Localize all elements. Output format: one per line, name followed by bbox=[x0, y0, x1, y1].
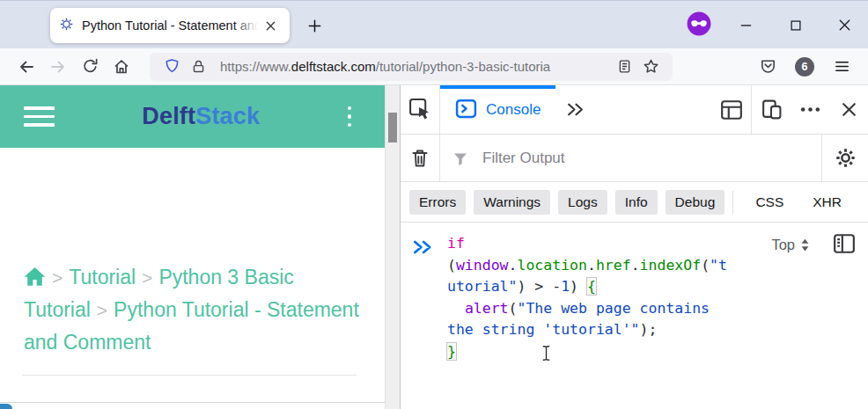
filter-warnings-button[interactable]: Warnings bbox=[474, 190, 550, 215]
private-browsing-icon bbox=[687, 11, 711, 39]
code-token-p: ( bbox=[509, 300, 518, 317]
devtools-close-icon[interactable] bbox=[829, 85, 868, 134]
code-token-str: "The web page contains bbox=[517, 300, 710, 317]
devtools-panel: Console bbox=[400, 85, 868, 409]
filter-logs-button[interactable]: Logs bbox=[558, 190, 607, 215]
window-controls bbox=[687, 1, 859, 49]
url-text: https://www. delftstack.com /tutorial/py… bbox=[220, 59, 604, 74]
tab-console[interactable]: Console bbox=[440, 85, 555, 134]
console-filter-buttons: Errors Warnings Logs Info Debug CSS XHR bbox=[401, 182, 868, 223]
scrollbar-thumb[interactable] bbox=[388, 113, 397, 142]
page-bottom-divider bbox=[0, 402, 385, 403]
url-fade bbox=[577, 59, 604, 74]
console-input-area[interactable]: if(window.location.href.indexOf("tutoria… bbox=[401, 223, 868, 409]
console-filter-row bbox=[401, 135, 868, 182]
site-menu-icon[interactable] bbox=[24, 106, 55, 127]
new-tab-button[interactable] bbox=[301, 13, 327, 38]
console-tab-label: Console bbox=[486, 101, 541, 119]
back-button[interactable] bbox=[11, 52, 42, 82]
breadcrumb-separator: > bbox=[52, 267, 63, 288]
home-button[interactable] bbox=[106, 52, 137, 82]
code-token-brace: { bbox=[587, 278, 596, 295]
filter-errors-button[interactable]: Errors bbox=[409, 190, 466, 215]
console-code-line: } bbox=[447, 341, 727, 363]
code-token-p: ) > - bbox=[517, 278, 561, 295]
site-kebab-menu-icon[interactable] bbox=[348, 106, 352, 128]
url-path: /tutorial/python-3-basic-tutoria bbox=[376, 59, 550, 74]
devtools-toolbar-right bbox=[712, 85, 868, 134]
breadcrumb-separator: > bbox=[97, 300, 107, 320]
tab-title: Python Tutorial - Statement and bbox=[82, 18, 258, 33]
code-token-p: ); bbox=[640, 321, 658, 338]
console-code-line: utorial") > -1) { bbox=[447, 276, 727, 298]
page-content-peek bbox=[0, 404, 12, 409]
code-token-var: alert bbox=[465, 300, 509, 317]
content-area: DelftStack >Tutorial>Python 3 Basic Tuto… bbox=[0, 85, 868, 409]
filter-info-button[interactable]: Info bbox=[615, 190, 658, 215]
more-tabs-chevron-icon[interactable] bbox=[555, 85, 594, 134]
filter-separator bbox=[732, 191, 733, 214]
clear-console-trash-icon[interactable] bbox=[401, 135, 439, 181]
tab-title-fade bbox=[233, 18, 258, 33]
console-code-line: alert("The web page contains bbox=[447, 298, 727, 320]
window-close-button[interactable] bbox=[830, 11, 859, 40]
filter-xhr-toggle[interactable]: XHR bbox=[811, 190, 843, 215]
breadcrumb-link-tutorial[interactable]: Tutorial bbox=[69, 266, 136, 288]
tab-title-wrap: Python Tutorial - Statement and bbox=[82, 18, 258, 33]
lock-icon[interactable] bbox=[185, 52, 211, 82]
navbar-right-controls: 6 bbox=[752, 52, 857, 82]
console-code-line: (window.location.href.indexOf("t bbox=[447, 255, 727, 277]
console-sidebar-toggle-icon[interactable] bbox=[833, 233, 856, 257]
filter-output-input[interactable] bbox=[482, 150, 821, 167]
console-code-line: if bbox=[447, 233, 727, 255]
webpage-viewport: DelftStack >Tutorial>Python 3 Basic Tuto… bbox=[0, 85, 385, 409]
bookmark-star-icon[interactable] bbox=[637, 52, 664, 82]
reader-mode-icon[interactable] bbox=[611, 52, 637, 82]
forward-button[interactable] bbox=[42, 52, 74, 82]
text-ibeam-cursor bbox=[541, 345, 551, 364]
home-icon[interactable] bbox=[24, 266, 46, 288]
tab-close-icon[interactable] bbox=[260, 15, 281, 36]
code-token-p bbox=[447, 300, 465, 317]
devtools-meatball-menu-icon[interactable] bbox=[791, 85, 829, 134]
filter-funnel-icon bbox=[445, 135, 475, 181]
browser-navbar: https://www. delftstack.com /tutorial/py… bbox=[0, 48, 868, 85]
context-label: Top bbox=[771, 237, 795, 253]
extensions-badge[interactable]: 6 bbox=[795, 57, 814, 77]
tracking-shield-icon[interactable] bbox=[158, 52, 185, 82]
code-token-p: ) bbox=[570, 278, 587, 295]
browser-titlebar: Python Tutorial - Statement and bbox=[0, 0, 868, 48]
app-menu-button[interactable] bbox=[826, 52, 857, 82]
code-token-p: . bbox=[509, 257, 518, 274]
code-token-prop: location bbox=[517, 257, 586, 274]
code-token-prop: indexOf bbox=[640, 257, 702, 274]
site-logo[interactable]: DelftStack bbox=[55, 103, 348, 130]
evaluation-context-selector[interactable]: Top bbox=[771, 237, 810, 253]
filter-css-toggle[interactable]: CSS bbox=[754, 190, 785, 215]
console-prompt-icon bbox=[411, 237, 434, 259]
code-token-prop: href bbox=[596, 257, 631, 274]
url-domain: delftstack.com bbox=[291, 59, 376, 74]
window-maximize-button[interactable] bbox=[781, 11, 810, 40]
window-minimize-button[interactable] bbox=[732, 11, 761, 40]
console-code[interactable]: if(window.location.href.indexOf("tutoria… bbox=[447, 233, 727, 363]
url-bar[interactable]: https://www. delftstack.com /tutorial/py… bbox=[150, 53, 673, 81]
toolbar-separator bbox=[439, 135, 440, 181]
code-token-p: . bbox=[587, 257, 596, 274]
inspect-element-icon[interactable] bbox=[401, 85, 439, 134]
responsive-design-icon[interactable] bbox=[752, 85, 791, 134]
breadcrumb: >Tutorial>Python 3 Basic Tutorial>Python… bbox=[24, 261, 369, 358]
split-console-icon[interactable] bbox=[712, 85, 751, 134]
devtools-toolbar: Console bbox=[401, 85, 868, 135]
filter-debug-button[interactable]: Debug bbox=[666, 190, 725, 215]
pocket-icon[interactable] bbox=[752, 52, 783, 82]
page-scrollbar[interactable] bbox=[385, 85, 400, 409]
console-settings-gear-icon[interactable] bbox=[822, 135, 868, 181]
breadcrumb-separator: > bbox=[142, 267, 152, 288]
reload-button[interactable] bbox=[74, 52, 106, 82]
browser-tab[interactable]: Python Tutorial - Statement and bbox=[50, 8, 290, 43]
console-tab-icon bbox=[455, 98, 477, 122]
code-token-kw: if bbox=[447, 235, 465, 252]
code-token-p: . bbox=[631, 257, 640, 274]
console-code-line: the string 'tutorial'"); bbox=[447, 319, 727, 341]
